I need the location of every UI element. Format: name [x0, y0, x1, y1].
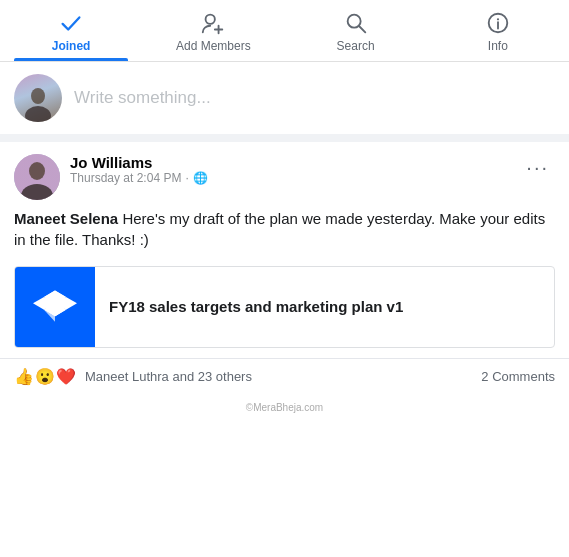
post-header: Jo Williams Thursday at 2:04 PM · 🌐 ···	[0, 142, 569, 208]
post-card: Jo Williams Thursday at 2:04 PM · 🌐 ··· …	[0, 142, 569, 396]
svg-point-6	[497, 18, 499, 20]
post-time: Thursday at 2:04 PM · 🌐	[70, 171, 208, 185]
post-attachment[interactable]: FY18 sales targets and marketing plan v1	[14, 266, 555, 348]
info-icon	[485, 10, 511, 36]
svg-point-0	[206, 15, 215, 24]
svg-line-4	[359, 26, 365, 32]
nav-search-label: Search	[337, 39, 375, 53]
write-something-row[interactable]: Write something...	[0, 62, 569, 142]
attachment-info: FY18 sales targets and marketing plan v1	[95, 267, 417, 347]
check-icon	[58, 10, 84, 36]
emoji-stack: 👍 😮 ❤️	[14, 367, 77, 386]
person-add-icon	[200, 10, 226, 36]
post-body: Maneet Selena Here's my draft of the pla…	[0, 208, 569, 260]
reactions-row: 👍 😮 ❤️ Maneet Luthra and 23 others 2 Com…	[0, 358, 569, 396]
svg-point-8	[31, 88, 45, 104]
post-more-button[interactable]: ···	[520, 152, 555, 183]
watermark: ©MeraBheja.com	[0, 396, 569, 417]
comments-count[interactable]: 2 Comments	[481, 369, 555, 384]
post-privacy-dot: ·	[185, 171, 188, 185]
svg-point-9	[25, 106, 51, 122]
heart-emoji: ❤️	[56, 367, 76, 386]
nav-add-members[interactable]: Add Members	[142, 0, 284, 61]
post-timestamp: Thursday at 2:04 PM	[70, 171, 181, 185]
dropbox-icon-bg	[15, 267, 95, 347]
write-input[interactable]: Write something...	[74, 88, 555, 108]
attachment-title: FY18 sales targets and marketing plan v1	[109, 297, 403, 317]
poster-name: Jo Williams	[70, 154, 208, 171]
post-mention: Maneet Selena	[14, 210, 118, 227]
nav-info-label: Info	[488, 39, 508, 53]
reaction-text: Maneet Luthra and 23 others	[85, 369, 252, 384]
reactions-left: 👍 😮 ❤️ Maneet Luthra and 23 others	[14, 367, 252, 386]
thumbs-up-emoji: 👍	[14, 367, 34, 386]
search-icon	[343, 10, 369, 36]
dropbox-logo-icon	[33, 285, 77, 329]
svg-point-11	[29, 162, 45, 180]
nav-search[interactable]: Search	[285, 0, 427, 61]
nav-add-members-label: Add Members	[176, 39, 251, 53]
post-meta: Jo Williams Thursday at 2:04 PM · 🌐	[70, 154, 208, 185]
nav-joined[interactable]: Joined	[0, 0, 142, 61]
user-avatar	[14, 74, 62, 122]
top-nav: Joined Add Members Search	[0, 0, 569, 62]
nav-joined-label: Joined	[52, 39, 91, 53]
globe-icon: 🌐	[193, 171, 208, 185]
shocked-emoji: 😮	[35, 367, 55, 386]
post-author-avatar	[14, 154, 60, 200]
nav-info[interactable]: Info	[427, 0, 569, 61]
